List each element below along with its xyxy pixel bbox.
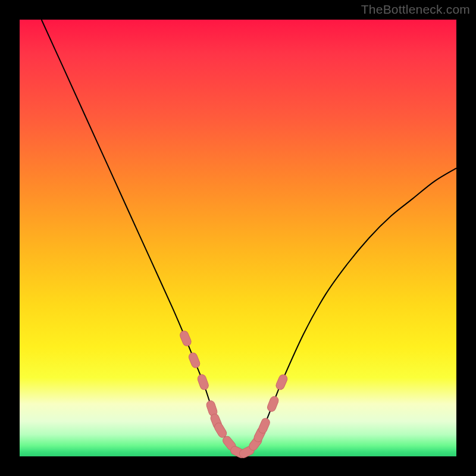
curve-marker bbox=[275, 373, 289, 390]
watermark-text: TheBottleneck.com bbox=[361, 2, 470, 17]
bottleneck-curve-svg bbox=[20, 20, 456, 456]
curve-marker bbox=[266, 395, 280, 412]
chart-frame: TheBottleneck.com bbox=[0, 0, 476, 476]
curve-marker bbox=[257, 417, 271, 434]
curve-marker bbox=[178, 330, 192, 347]
plot-area bbox=[20, 20, 456, 456]
bottleneck-curve bbox=[42, 20, 456, 453]
highlighted-points bbox=[178, 330, 289, 459]
curve-marker bbox=[187, 352, 201, 369]
curve-marker bbox=[196, 374, 209, 391]
